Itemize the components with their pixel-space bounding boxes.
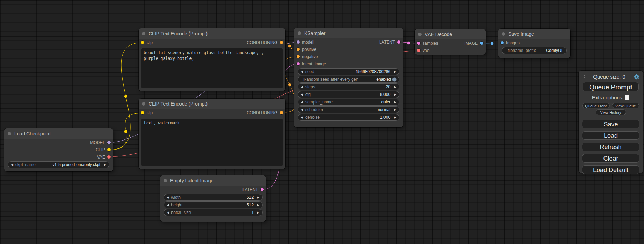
- view-queue-button[interactable]: View Queue: [612, 103, 639, 108]
- node-status-dot-icon: [8, 132, 11, 135]
- increment-arrow-icon[interactable]: ▶: [394, 85, 396, 89]
- node-ksampler: KSampler model LATENT positive negative …: [294, 28, 403, 127]
- output-port-latent[interactable]: [261, 188, 264, 191]
- widget-filename-prefix[interactable]: filename_prefix ComfyUI: [502, 47, 567, 54]
- widget-denoise[interactable]: ◀ denoise 1.000 ▶: [298, 114, 399, 121]
- output-port-clip[interactable]: [107, 148, 111, 151]
- input-port-samples[interactable]: [417, 42, 420, 45]
- queue-panel: Queue size: 0 Queue Prompt Extra options…: [579, 71, 643, 173]
- decrement-arrow-icon[interactable]: ◀: [167, 196, 169, 199]
- input-label-clip: clip: [147, 40, 153, 45]
- output-port-vae[interactable]: [107, 155, 111, 159]
- decrement-arrow-icon[interactable]: ◀: [167, 203, 169, 207]
- output-label-latent: LATENT: [242, 187, 258, 192]
- input-label-negative: negative: [302, 54, 318, 59]
- toggle-enabled-icon[interactable]: [392, 78, 396, 81]
- widget-seed[interactable]: ◀ seed 156680208700286 ▶: [298, 68, 399, 75]
- node-title-bar[interactable]: KSampler: [294, 28, 403, 38]
- node-title-bar[interactable]: Load Checkpoint: [4, 128, 113, 139]
- input-port-positive[interactable]: [297, 48, 300, 51]
- node-title: CLIP Text Encode (Prompt): [149, 101, 208, 107]
- output-label-conditioning: CONDITIONING: [247, 40, 277, 45]
- increment-arrow-icon[interactable]: ▶: [257, 211, 259, 214]
- node-title-bar[interactable]: CLIP Text Encode (Prompt): [139, 28, 285, 39]
- node-status-dot-icon: [142, 102, 145, 106]
- input-label-model: model: [302, 40, 314, 45]
- output-port-conditioning[interactable]: [280, 111, 283, 114]
- input-port-vae[interactable]: [417, 49, 420, 52]
- queue-prompt-button[interactable]: Queue Prompt: [583, 82, 639, 91]
- node-save-image: Save Image images filename_prefix ComfyU…: [498, 29, 570, 58]
- load-button[interactable]: Load: [582, 131, 639, 140]
- widget-random-seed-toggle[interactable]: Random seed after every gen enabled: [298, 76, 399, 83]
- increment-arrow-icon[interactable]: ▶: [394, 116, 396, 119]
- output-label-vae: VAE: [97, 155, 105, 160]
- input-port-latent-image[interactable]: [297, 62, 300, 65]
- output-port-image[interactable]: [480, 42, 483, 45]
- input-label-samples: samples: [423, 41, 438, 46]
- node-status-dot-icon: [298, 31, 301, 35]
- widget-width[interactable]: ◀ width 512 ▶: [164, 194, 263, 201]
- node-clip-text-encode-negative: CLIP Text Encode (Prompt) clip CONDITION…: [139, 99, 285, 169]
- view-history-button[interactable]: View History: [596, 109, 626, 115]
- load-default-button[interactable]: Load Default: [582, 165, 639, 174]
- node-title: Save Image: [508, 31, 534, 37]
- queue-front-button[interactable]: Queue Front: [582, 103, 610, 108]
- widget-ckpt-name[interactable]: ◀ ckpt_name v1-5-pruned-emaonly.ckpt ▶: [8, 161, 109, 168]
- input-port-model[interactable]: [297, 40, 300, 44]
- clear-button[interactable]: Clear: [582, 154, 639, 163]
- drag-handle-icon[interactable]: [583, 75, 583, 76]
- node-title: VAE Decode: [425, 31, 452, 37]
- decrement-arrow-icon[interactable]: ◀: [301, 100, 303, 104]
- increment-arrow-icon[interactable]: ▶: [394, 108, 396, 111]
- node-title-bar[interactable]: Empty Latent Image: [160, 175, 266, 186]
- extra-options-checkbox[interactable]: [625, 95, 629, 100]
- decrement-arrow-icon[interactable]: ◀: [301, 85, 303, 89]
- node-title-bar[interactable]: Save Image: [498, 29, 570, 39]
- increment-arrow-icon[interactable]: ▶: [394, 93, 396, 96]
- increment-arrow-icon[interactable]: ▶: [394, 100, 396, 104]
- node-title: KSampler: [304, 30, 325, 36]
- input-port-clip[interactable]: [141, 111, 144, 114]
- output-port-model[interactable]: [107, 141, 111, 144]
- node-title-bar[interactable]: VAE Decode: [415, 29, 486, 39]
- decrement-arrow-icon[interactable]: ◀: [11, 163, 13, 166]
- decrement-arrow-icon[interactable]: ◀: [167, 211, 169, 214]
- widget-height[interactable]: ◀ height 512 ▶: [164, 201, 263, 208]
- output-port-latent[interactable]: [397, 40, 400, 44]
- increment-arrow-icon[interactable]: ▶: [257, 196, 259, 199]
- increment-arrow-icon[interactable]: ▶: [394, 70, 396, 73]
- node-vae-decode: VAE Decode samples IMAGE vae: [415, 29, 486, 55]
- decrement-arrow-icon[interactable]: ◀: [301, 70, 303, 73]
- node-title: CLIP Text Encode (Prompt): [149, 31, 208, 36]
- node-status-dot-icon: [164, 179, 167, 182]
- node-title-bar[interactable]: CLIP Text Encode (Prompt): [139, 99, 285, 109]
- refresh-button[interactable]: Refresh: [582, 143, 639, 151]
- input-port-negative[interactable]: [297, 55, 300, 58]
- positive-prompt-textarea[interactable]: beautiful scenery nature glass bottle la…: [141, 48, 283, 88]
- input-label-positive: positive: [302, 47, 316, 52]
- output-port-conditioning[interactable]: [280, 41, 283, 44]
- node-status-dot-icon: [418, 33, 422, 36]
- decrement-arrow-icon[interactable]: ◀: [301, 116, 303, 119]
- widget-cfg[interactable]: ◀ cfg 8.000 ▶: [298, 91, 399, 98]
- widget-batch-size[interactable]: ◀ batch_size 1 ▶: [164, 209, 263, 216]
- negative-prompt-textarea[interactable]: text, watermark: [141, 119, 283, 166]
- input-port-clip[interactable]: [141, 41, 144, 44]
- input-label-vae: vae: [423, 48, 429, 53]
- node-title: Load Checkpoint: [14, 131, 51, 136]
- decrement-arrow-icon[interactable]: ◀: [301, 93, 303, 96]
- queue-size-label: Queue size: 0: [584, 74, 634, 80]
- input-port-images[interactable]: [501, 41, 504, 44]
- save-button[interactable]: Save: [582, 120, 639, 128]
- node-status-dot-icon: [142, 32, 145, 35]
- decrement-arrow-icon[interactable]: ◀: [301, 108, 303, 111]
- increment-arrow-icon[interactable]: ▶: [257, 203, 259, 207]
- widget-steps[interactable]: ◀ steps 20 ▶: [298, 83, 399, 90]
- output-label-conditioning: CONDITIONING: [247, 110, 277, 115]
- increment-arrow-icon[interactable]: ▶: [104, 163, 106, 166]
- settings-gear-icon[interactable]: [634, 74, 639, 80]
- widget-scheduler[interactable]: ◀ scheduler normal ▶: [298, 106, 399, 113]
- widget-sampler-name[interactable]: ◀ sampler_name euler ▶: [298, 99, 399, 106]
- input-label-clip: clip: [147, 110, 153, 115]
